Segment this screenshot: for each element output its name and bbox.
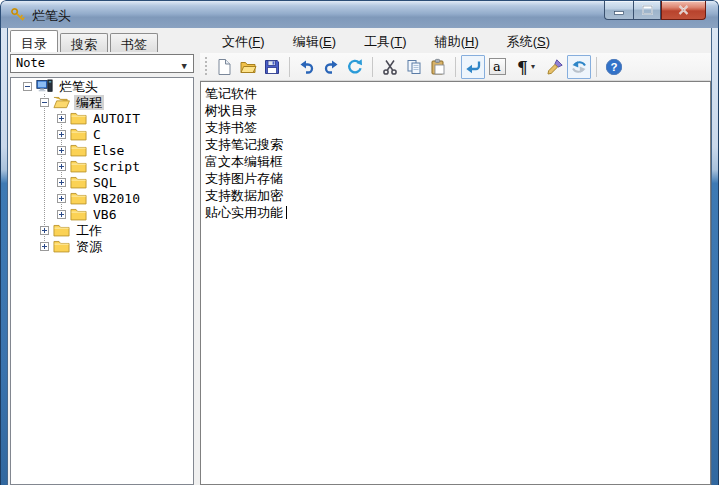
app-window: 烂笔头 目录 搜索 书签 Note ▼: [0, 0, 719, 485]
menu-tools[interactable]: 工具(T): [356, 31, 415, 53]
editor-line: 笔记软件: [205, 85, 706, 102]
folder-icon: [53, 223, 70, 237]
maximize-button[interactable]: [633, 1, 661, 20]
expand-icon[interactable]: [57, 146, 66, 155]
tree-node[interactable]: 资源: [11, 238, 193, 254]
menu-file[interactable]: 文件(F): [214, 31, 273, 53]
font-a-icon: a: [489, 58, 506, 75]
open-folder-icon: [239, 58, 257, 76]
paste-button[interactable]: [426, 55, 450, 79]
app-keys-icon: [10, 7, 26, 23]
expand-icon[interactable]: [57, 210, 66, 219]
folder-icon: [70, 191, 87, 205]
folder-icon: [70, 143, 87, 157]
dropdown-arrow-icon[interactable]: ▾: [531, 62, 535, 71]
tree-node-label: Else: [91, 143, 126, 158]
help-button[interactable]: ?: [602, 55, 626, 79]
note-editor[interactable]: 笔记软件 树状目录 支持书签 支持笔记搜索 富文本编辑框 支持图片存储 支持数据…: [200, 81, 711, 485]
tree-node[interactable]: Script: [11, 158, 193, 174]
flip-arrows-button[interactable]: [567, 55, 591, 79]
expand-icon[interactable]: [57, 130, 66, 139]
menu-edit[interactable]: 编辑(E): [285, 31, 344, 53]
toolbar-grip[interactable]: [205, 57, 208, 77]
notebook-select[interactable]: Note ▼: [10, 54, 194, 73]
editor-line: 富文本编辑框: [205, 153, 706, 170]
toolbar: a ¶ ▾ ?: [200, 53, 711, 81]
tree-node-label: 烂笔头: [57, 79, 100, 94]
save-button[interactable]: [260, 55, 284, 79]
tree-node-label: VB6: [91, 207, 118, 222]
expand-icon[interactable]: [57, 162, 66, 171]
sidebar-tabs: 目录 搜索 书签: [10, 30, 160, 52]
titlebar[interactable]: 烂笔头: [0, 0, 719, 28]
pilcrow-icon: ¶: [517, 57, 528, 77]
tree-node-label: 资源: [74, 239, 104, 254]
format-painter-brush-icon: [546, 58, 564, 76]
close-icon: [678, 5, 689, 15]
tree-node-label: SQL: [91, 175, 118, 190]
tree-node[interactable]: SQL: [11, 174, 193, 190]
folder-icon: [70, 207, 87, 221]
minimize-button[interactable]: [604, 1, 633, 20]
expand-icon[interactable]: [57, 194, 66, 203]
tab-directory[interactable]: 目录: [10, 30, 58, 52]
client-area: 目录 搜索 书签 Note ▼ 烂笔头: [8, 28, 711, 485]
folder-icon: [53, 239, 70, 253]
font-button[interactable]: a: [485, 55, 509, 79]
toolbar-separator: [596, 57, 597, 77]
maximize-icon: [642, 5, 653, 15]
format-painter-button[interactable]: [543, 55, 567, 79]
tree-node-selected[interactable]: 编程: [11, 94, 193, 110]
tree-node[interactable]: VB6: [11, 206, 193, 222]
editor-line: 贴心实用功能: [205, 204, 706, 221]
paragraph-marks-button[interactable]: ¶ ▾: [509, 55, 543, 79]
minimize-icon: [614, 6, 624, 15]
expand-icon[interactable]: [57, 114, 66, 123]
window-title: 烂笔头: [32, 7, 71, 25]
window-border-left: [0, 28, 8, 485]
directory-tree[interactable]: 烂笔头 编程 AUTOIT C El: [10, 77, 194, 485]
open-folder-button[interactable]: [236, 55, 260, 79]
tree-node-root[interactable]: 烂笔头: [11, 78, 193, 94]
toolbar-separator: [455, 57, 456, 77]
expand-icon[interactable]: [40, 226, 49, 235]
tree-node[interactable]: 工作: [11, 222, 193, 238]
notebook-select-value: Note: [16, 56, 45, 70]
undo-button[interactable]: [295, 55, 319, 79]
cut-button[interactable]: [378, 55, 402, 79]
tree-node[interactable]: AUTOIT: [11, 110, 193, 126]
menu-system[interactable]: 系统(S): [499, 31, 558, 53]
editor-line: 支持笔记搜索: [205, 136, 706, 153]
svg-text:?: ?: [610, 61, 617, 73]
editor-line: 支持图片存储: [205, 170, 706, 187]
collapse-icon[interactable]: [23, 82, 32, 91]
tab-bookmarks[interactable]: 书签: [110, 33, 158, 52]
save-icon: [263, 58, 281, 76]
tree-node[interactable]: Else: [11, 142, 193, 158]
window-controls: [604, 1, 706, 20]
tab-search[interactable]: 搜索: [60, 33, 108, 52]
expand-icon[interactable]: [57, 178, 66, 187]
tree-node[interactable]: C: [11, 126, 193, 142]
menu-assist[interactable]: 辅助(H): [427, 31, 487, 53]
computer-icon: [36, 79, 53, 93]
chevron-down-icon[interactable]: ▼: [182, 58, 187, 75]
word-wrap-button[interactable]: [461, 55, 485, 79]
new-document-button[interactable]: [212, 55, 236, 79]
redo-icon: [322, 58, 340, 76]
tree-node-label: Script: [91, 159, 142, 174]
refresh-icon: [346, 58, 364, 76]
folder-icon: [70, 111, 87, 125]
folder-icon: [70, 175, 87, 189]
collapse-icon[interactable]: [40, 98, 49, 107]
window-border-right: [711, 28, 719, 485]
redo-button[interactable]: [319, 55, 343, 79]
expand-icon[interactable]: [40, 242, 49, 251]
menubar: 文件(F) 编辑(E) 工具(T) 辅助(H) 系统(S): [200, 30, 711, 53]
tree-node[interactable]: VB2010: [11, 190, 193, 206]
copy-button[interactable]: [402, 55, 426, 79]
refresh-button[interactable]: [343, 55, 367, 79]
folder-open-icon: [53, 95, 70, 109]
tree-node-label: 编程: [74, 95, 104, 110]
close-button[interactable]: [661, 1, 706, 20]
